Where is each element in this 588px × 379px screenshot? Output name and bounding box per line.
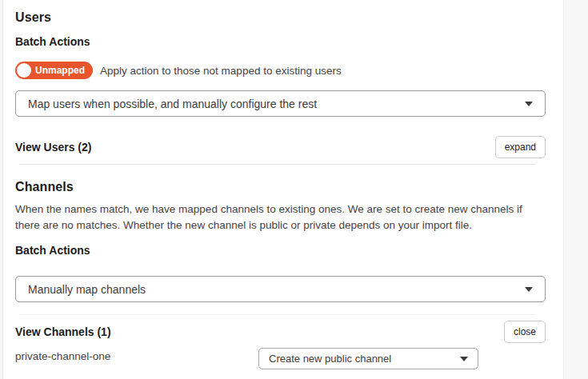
toggle-knob-icon — [17, 63, 31, 78]
chevron-down-icon — [525, 287, 533, 292]
view-channels-label: View Channels (1) — [15, 325, 111, 338]
channels-description: When the names match, we have mapped cha… — [15, 201, 546, 233]
subsection-divider — [19, 314, 535, 315]
view-users-row: View Users (2) expand — [15, 136, 546, 158]
close-channels-button[interactable]: close — [504, 321, 546, 343]
channel-action-select-value: Create new public channel — [269, 353, 452, 365]
unmapped-toggle[interactable]: Unmapped — [15, 62, 93, 79]
channels-section-title: Channels — [15, 180, 546, 194]
expand-users-button[interactable]: expand — [495, 136, 546, 158]
users-action-select-value: Map users when possible, and manually co… — [28, 98, 517, 110]
users-batch-actions-heading: Batch Actions — [15, 35, 546, 48]
users-action-select[interactable]: Map users when possible, and manually co… — [15, 90, 546, 117]
view-users-label: View Users (2) — [15, 141, 91, 154]
view-channels-row: View Channels (1) close — [15, 321, 546, 343]
channel-mapping-row: private-channel-one Create new public ch… — [15, 348, 546, 369]
section-divider — [19, 164, 535, 165]
import-settings-panel: Users Batch Actions Unmapped Apply actio… — [2, 0, 564, 379]
toggle-description: Apply action to those not mapped to exis… — [100, 65, 342, 77]
users-section-title: Users — [15, 10, 546, 25]
chevron-down-icon — [525, 102, 533, 106]
channel-action-select[interactable]: Create new public channel — [258, 348, 478, 369]
chevron-down-icon — [460, 357, 468, 361]
channels-batch-actions-heading: Batch Actions — [15, 244, 546, 257]
channels-action-select-value: Manually map channels — [28, 283, 517, 296]
channels-action-select[interactable]: Manually map channels — [15, 276, 546, 302]
toggle-state-label: Unmapped — [35, 65, 85, 76]
channel-name-label: private-channel-one — [15, 348, 258, 362]
unmapped-toggle-row: Unmapped Apply action to those not mappe… — [15, 62, 546, 79]
